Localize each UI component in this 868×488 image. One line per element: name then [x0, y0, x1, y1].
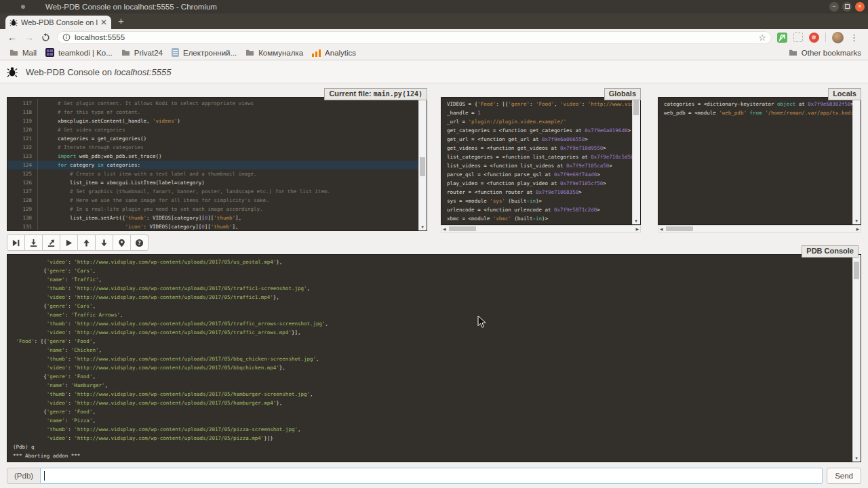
scroll-down-arrow[interactable]: ▼	[419, 224, 426, 230]
scroll-down-arrow[interactable]: ▼	[853, 218, 860, 224]
globals-vertical-scrollbar[interactable]: ▼	[632, 98, 640, 224]
profile-avatar[interactable]	[832, 32, 844, 43]
webpdb-bug-icon	[7, 66, 18, 77]
pdb-prompt-label: (Pdb)	[7, 468, 40, 484]
locals-horizontal-scrollbar[interactable]: ◀ ▶	[658, 225, 861, 232]
bookmark-star-icon[interactable]: ☆	[758, 33, 766, 43]
kodi-favicon-icon	[45, 48, 54, 57]
scroll-right-arrow[interactable]: ▶	[635, 226, 639, 232]
extension-adguard-icon[interactable]	[777, 33, 787, 43]
scrollbar-thumb[interactable]	[633, 99, 639, 115]
bookmark-analytics[interactable]: Analytics	[312, 49, 356, 57]
bug-favicon-icon	[9, 18, 18, 26]
current-file-label: Current file:main.py(124)	[324, 88, 427, 100]
document-favicon-icon	[172, 48, 179, 57]
pdb-command-input[interactable]	[40, 468, 823, 484]
scroll-right-arrow[interactable]: ▶	[856, 226, 859, 232]
debug-toolbar: ?	[7, 235, 149, 251]
step-forward-icon	[12, 239, 20, 247]
map-marker-icon	[117, 239, 126, 247]
scrollbar-thumb[interactable]	[420, 157, 425, 176]
locals-lines: categories = <dictionary-keyiterator obj…	[658, 98, 861, 117]
toolbar-divider	[825, 33, 826, 42]
reload-icon[interactable]	[41, 33, 50, 42]
window-titlebar: Web-PDB Console on localhost:5555 - Chro…	[0, 0, 868, 14]
bookmark-electronic[interactable]: Електронний...	[172, 48, 237, 57]
scrollbar-thumb[interactable]	[854, 262, 859, 279]
bookmark-teamkodi[interactable]: teamkodi | Ko...	[45, 48, 113, 57]
bookmark-privat24[interactable]: Privat24	[121, 49, 163, 57]
analytics-favicon-icon	[312, 49, 321, 57]
arrow-down-icon	[100, 239, 108, 247]
globals-panel: VIDEOS = {'Food': [{'genre': 'Food', 'vi…	[441, 97, 641, 225]
page-header: Web-PDB Console on localhost:5555	[0, 61, 868, 83]
globals-horizontal-scrollbar[interactable]: ◀ ▶	[441, 225, 641, 232]
globals-lines: VIDEOS = {'Food': [{'genre': 'Food', 'vi…	[441, 98, 640, 223]
locals-panel: categories = <dictionary-keyiterator obj…	[658, 97, 861, 225]
scrollbar-thumb[interactable]	[449, 226, 476, 231]
folder-icon	[245, 49, 254, 56]
pdb-console-label: PDB Console	[802, 245, 859, 258]
bookmark-mail[interactable]: Mail	[9, 49, 37, 57]
site-info-icon[interactable]	[62, 33, 71, 41]
svg-text:?: ?	[138, 240, 141, 246]
tab-title: Web-PDB Console on loca	[21, 18, 98, 26]
pdb-console: 'video': 'http://www.vidsplay.com/wp-con…	[7, 254, 861, 462]
scroll-down-arrow[interactable]: ▼	[633, 218, 639, 224]
back-icon[interactable]: ←	[7, 33, 17, 42]
bookmark-kommunalka[interactable]: Коммуналка	[245, 49, 303, 57]
next-button[interactable]	[7, 235, 25, 251]
browser-menu-icon[interactable]: ⋮	[850, 33, 859, 43]
close-button[interactable]: ×	[855, 2, 865, 12]
arrow-up-icon	[82, 239, 91, 247]
code-vertical-scrollbar[interactable]: ▼	[418, 98, 427, 230]
folder-icon	[789, 49, 797, 56]
mouse-cursor	[477, 315, 487, 329]
page-title: Web-PDB Console on localhost:5555	[26, 67, 171, 77]
browser-tab[interactable]: Web-PDB Console on loca ✕	[5, 16, 111, 29]
scroll-left-arrow[interactable]: ◀	[660, 226, 663, 232]
locals-label: Locals	[828, 88, 861, 100]
tab-strip: Web-PDB Console on loca ✕ +	[0, 14, 868, 29]
code-panel: 117 # Set plugin content. It allows Kodi…	[7, 97, 427, 231]
pdb-prompt-row: (Pdb) Send	[7, 468, 861, 484]
text-caret	[44, 471, 45, 481]
address-bar[interactable]: localhost:5555 ☆	[57, 31, 772, 44]
bookmarks-bar: Mail teamkodi | Ko... Privat24 Електронн…	[0, 45, 868, 60]
console-vertical-scrollbar[interactable]: ▼	[852, 255, 861, 462]
folder-icon	[9, 49, 18, 56]
folder-icon	[121, 49, 130, 56]
minimize-button[interactable]: −	[829, 2, 839, 12]
scrollbar-thumb[interactable]	[666, 226, 693, 231]
new-tab-button[interactable]: +	[118, 15, 124, 26]
step-out-icon	[47, 239, 56, 247]
console-output: 'video': 'http://www.vidsplay.com/wp-con…	[7, 255, 861, 460]
help-button[interactable]: ?	[130, 235, 149, 251]
forward-icon[interactable]: →	[24, 33, 34, 42]
step-into-icon	[29, 239, 38, 247]
scroll-left-arrow[interactable]: ◀	[443, 226, 446, 232]
question-icon: ?	[135, 239, 144, 247]
send-button[interactable]: Send	[827, 468, 861, 484]
down-button[interactable]	[95, 235, 113, 251]
extension-placeholder-icon[interactable]	[793, 33, 803, 42]
window-title: Web-PDB Console on localhost:5555 - Chro…	[45, 3, 217, 11]
locals-vertical-scrollbar[interactable]: ▼	[852, 98, 861, 224]
play-icon	[64, 239, 73, 247]
code-lines: 117 # Set plugin content. It allows Kodi…	[7, 98, 419, 231]
up-button[interactable]	[77, 235, 96, 251]
browser-toolbar: ← → localhost:5555 ☆ ⋮	[0, 29, 868, 45]
address-text: localhost:5555	[75, 33, 758, 41]
return-button[interactable]	[42, 235, 60, 251]
extension-adblock-icon[interactable]	[809, 33, 819, 43]
tab-close-icon[interactable]: ✕	[100, 18, 107, 26]
window-icon	[21, 5, 25, 9]
other-bookmarks[interactable]: Other bookmarks	[789, 49, 861, 57]
globals-label: Globals	[604, 88, 641, 100]
maximize-button[interactable]	[842, 2, 852, 12]
step-button[interactable]	[24, 235, 43, 251]
where-button[interactable]	[113, 235, 131, 251]
scroll-down-arrow[interactable]: ▼	[853, 455, 860, 461]
continue-button[interactable]	[60, 235, 78, 251]
